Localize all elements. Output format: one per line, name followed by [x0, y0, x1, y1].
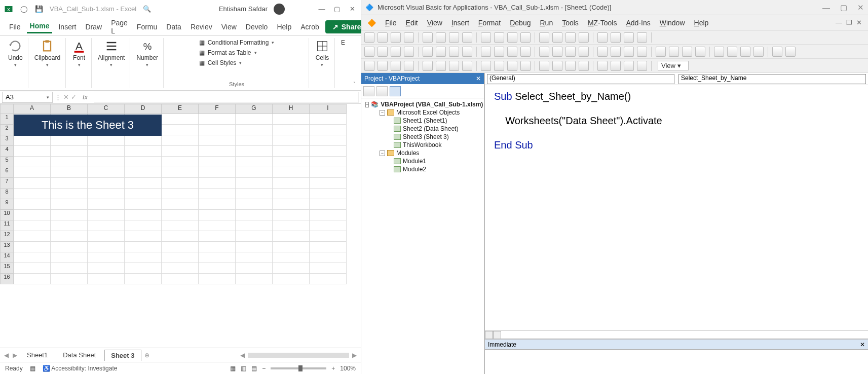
- col-hdr-h[interactable]: H: [273, 104, 310, 114]
- cell[interactable]: [14, 135, 51, 146]
- toolbar-button[interactable]: [462, 32, 472, 43]
- cell[interactable]: [310, 146, 347, 157]
- tab-pagelayout[interactable]: Page L: [108, 17, 131, 37]
- cell[interactable]: [14, 157, 51, 167]
- cell[interactable]: [273, 252, 310, 263]
- cells-button[interactable]: Cells ▾: [315, 39, 329, 67]
- cell[interactable]: [236, 167, 273, 178]
- cell[interactable]: [125, 220, 162, 231]
- macro-icon[interactable]: ▦: [30, 365, 35, 372]
- cell[interactable]: [273, 242, 310, 252]
- cell[interactable]: [125, 146, 162, 157]
- toolbar-button[interactable]: [364, 47, 374, 57]
- cell[interactable]: [162, 135, 199, 146]
- procedure-combo[interactable]: Select_Sheet_by_Name: [678, 74, 866, 84]
- menu-addins[interactable]: Add-Ins: [626, 19, 650, 27]
- cell[interactable]: [199, 146, 236, 157]
- toolbar-button[interactable]: [507, 32, 517, 43]
- col-hdr-i[interactable]: I: [310, 104, 347, 114]
- toolbar-button[interactable]: [552, 61, 562, 71]
- cell[interactable]: [14, 189, 51, 199]
- cell[interactable]: [125, 263, 162, 274]
- toolbar-button[interactable]: [481, 47, 491, 57]
- procedure-view-button[interactable]: [485, 331, 493, 339]
- minimize-icon[interactable]: —: [317, 5, 326, 14]
- tree-modules[interactable]: −Modules: [362, 149, 483, 157]
- toolbar-button[interactable]: [552, 47, 562, 57]
- zoom-slider[interactable]: [271, 367, 326, 369]
- cell[interactable]: [273, 178, 310, 189]
- page-layout-icon[interactable]: ▥: [241, 365, 246, 372]
- row-hdr[interactable]: 2: [0, 125, 14, 135]
- cell[interactable]: [236, 189, 273, 199]
- cell[interactable]: [273, 220, 310, 231]
- tree-thisworkbook[interactable]: ThisWorkbook: [362, 141, 483, 149]
- toolbar-button[interactable]: [462, 61, 472, 71]
- toolbar-button[interactable]: [404, 32, 414, 43]
- tab-insert[interactable]: Insert: [55, 21, 79, 33]
- cell[interactable]: [125, 157, 162, 167]
- sheet-nav-next[interactable]: ▶: [12, 352, 18, 359]
- toolbar-button[interactable]: [682, 47, 692, 57]
- toolbar-button[interactable]: [727, 47, 737, 57]
- row-hdr[interactable]: 14: [0, 252, 14, 263]
- toolbar-button[interactable]: [579, 47, 589, 57]
- row-hdr[interactable]: 5: [0, 157, 14, 167]
- font-button[interactable]: A Font ▾: [72, 39, 86, 67]
- toolbar-button[interactable]: [753, 47, 764, 57]
- cell[interactable]: [273, 125, 310, 135]
- cell[interactable]: [14, 178, 51, 189]
- name-box[interactable]: A3▾: [2, 92, 53, 103]
- cell[interactable]: [236, 263, 273, 274]
- cell[interactable]: [88, 199, 125, 210]
- menu-format[interactable]: Format: [478, 19, 501, 27]
- cell[interactable]: [310, 125, 347, 135]
- toolbar-button[interactable]: [404, 61, 414, 71]
- toolbar-button[interactable]: [520, 61, 531, 71]
- undo-button[interactable]: Undo ▾: [8, 39, 23, 67]
- page-break-icon[interactable]: ▤: [251, 365, 257, 372]
- cell[interactable]: [51, 210, 88, 220]
- collapse-icon[interactable]: −: [365, 102, 369, 107]
- cell[interactable]: [162, 178, 199, 189]
- cell[interactable]: [51, 242, 88, 252]
- toolbar-button[interactable]: [597, 47, 608, 57]
- toolbar-button[interactable]: [669, 47, 679, 57]
- menu-file[interactable]: File: [385, 19, 397, 27]
- cell-styles-button[interactable]: ▦Cell Styles▾: [199, 59, 275, 66]
- project-tree[interactable]: −📚VBAProject (VBA_Call_Sub-1.xlsm) −Micr…: [361, 98, 484, 374]
- number-button[interactable]: % Number ▾: [136, 39, 158, 67]
- mdi-close-icon[interactable]: ✕: [856, 19, 862, 26]
- zoom-in-icon[interactable]: +: [331, 365, 335, 372]
- cell[interactable]: [162, 252, 199, 263]
- search-icon[interactable]: 🔍: [142, 5, 152, 14]
- cell[interactable]: [310, 220, 347, 231]
- cell[interactable]: [199, 220, 236, 231]
- cell[interactable]: [310, 210, 347, 220]
- cell[interactable]: [88, 242, 125, 252]
- toolbar-button[interactable]: [539, 32, 549, 43]
- cell[interactable]: [310, 252, 347, 263]
- toolbar-button[interactable]: [449, 32, 459, 43]
- tree-module2[interactable]: Module2: [362, 165, 483, 173]
- cell[interactable]: [199, 210, 236, 220]
- cell[interactable]: [310, 231, 347, 242]
- row-hdr[interactable]: 16: [0, 274, 14, 284]
- view-selector[interactable]: View ▾: [658, 61, 689, 70]
- cell[interactable]: [88, 146, 125, 157]
- cell[interactable]: [14, 220, 51, 231]
- cell[interactable]: [310, 274, 347, 284]
- cell[interactable]: [199, 242, 236, 252]
- cell[interactable]: [236, 157, 273, 167]
- tab-view[interactable]: View: [218, 21, 240, 33]
- col-hdr-e[interactable]: E: [162, 104, 199, 114]
- cell[interactable]: [273, 263, 310, 274]
- object-combo[interactable]: (General): [487, 74, 674, 84]
- toolbar-button[interactable]: [611, 47, 621, 57]
- col-hdr-g[interactable]: G: [236, 104, 273, 114]
- toolbar-button[interactable]: [714, 47, 724, 57]
- immediate-input[interactable]: [485, 350, 868, 374]
- cell[interactable]: [88, 263, 125, 274]
- toolbar-button[interactable]: [391, 47, 401, 57]
- save-icon[interactable]: 💾: [34, 5, 44, 14]
